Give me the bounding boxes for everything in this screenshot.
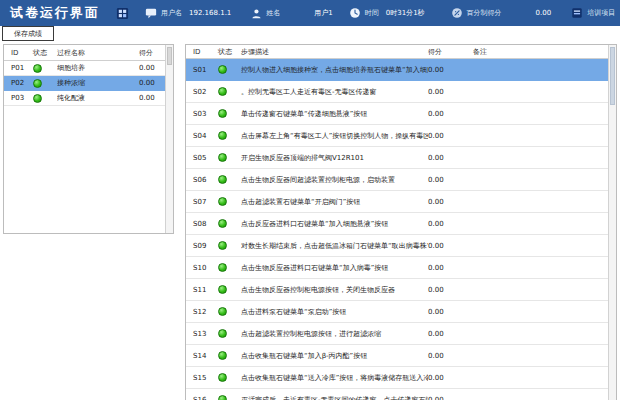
- process-name: 接种浓缩: [57, 78, 139, 88]
- step-table-row[interactable]: S15 点击收集瓶右键菜单“送入冷库”按钮，将病毒液储存瓶送入冷库 0.00: [186, 367, 616, 389]
- save-score-button[interactable]: 保存成绩: [2, 26, 54, 41]
- row-id: S04: [193, 132, 218, 140]
- person-icon: [251, 8, 262, 19]
- step-table-row[interactable]: S02 。控制无毒区工人走近有毒区-无毒区传递窗 0.00: [186, 81, 616, 103]
- step-description: 点击进料泵右键菜单“泵启动”按钮: [241, 307, 428, 317]
- step-table-row[interactable]: S03 单击传递窗右键菜单“传递细胞悬液”按钮 0.00: [186, 103, 616, 125]
- step-description: 点击收集瓶右键菜单“送入冷库”按钮，将病毒液储存瓶送入冷库: [241, 373, 428, 383]
- process-name: 纯化配液: [57, 93, 139, 103]
- row-id: S09: [193, 242, 218, 250]
- step-description: 点击生物反应器间超滤装置控制柜电源，启动装置: [241, 175, 428, 185]
- step-table-row[interactable]: S08 点击反应器进料口右键菜单“加入细胞悬液”按钮 0.00: [186, 213, 616, 235]
- col-status: 状态: [218, 47, 241, 57]
- page-title: 试卷运行界面: [10, 4, 100, 22]
- col-status: 状态: [33, 48, 57, 58]
- step-table-row[interactable]: S09 对数生长期结束后，点击超低温冰箱门右键菜单“取出病毒株”按钮 0.00: [186, 235, 616, 257]
- step-table-row[interactable]: S07 点击超滤装置右键菜单“开启阀门”按钮 0.00: [186, 191, 616, 213]
- row-score: 0.00: [428, 330, 473, 338]
- row-score: 0.00: [428, 286, 473, 294]
- score-group: 百分制得分 0.00: [451, 7, 552, 19]
- time-value: 0时31分1秒: [386, 8, 425, 18]
- user-ip-group: 用户名 192.168.1.1: [145, 7, 231, 19]
- project-icon: [571, 7, 583, 19]
- row-score: 0.00: [428, 110, 473, 118]
- scrollbar-thumb[interactable]: [167, 47, 172, 65]
- process-table-row[interactable]: P03 纯化配液 0.00: [4, 91, 173, 106]
- status-ok-icon: [33, 64, 42, 73]
- status-ok-icon: [218, 351, 227, 360]
- step-description: 对数生长期结束后，点击超低温冰箱门右键菜单“取出病毒株”按钮: [241, 241, 428, 251]
- process-table-row[interactable]: P01 细胞培养 0.00: [4, 61, 173, 76]
- step-description: 单击传递窗右键菜单“传递细胞悬液”按钮: [241, 109, 428, 119]
- process-scrollbar[interactable]: [165, 45, 173, 233]
- step-table-row[interactable]: S01 控制人物进入细胞接种室，点击细胞培养瓶右键菜单“加入细胞消化液”按钮 0…: [186, 59, 616, 81]
- row-score: 0.00: [428, 220, 473, 228]
- status-ok-icon: [218, 307, 227, 316]
- step-description: 点击生物反应器进料口右键菜单“加入病毒”按钮: [241, 263, 428, 273]
- row-id: P02: [11, 79, 33, 87]
- scrollbar-thumb[interactable]: [610, 47, 615, 105]
- step-table-header: ID 状态 步骤描述 得分 备注: [186, 45, 616, 59]
- step-table-row[interactable]: S13 点击超滤装置控制柜电源按钮，进行超滤浓缩 0.00: [186, 323, 616, 345]
- row-score: 0.00: [428, 308, 473, 316]
- name-value: 用户1: [314, 8, 332, 18]
- row-id: S01: [193, 66, 218, 74]
- row-id: S14: [193, 352, 218, 360]
- status-ok-icon: [218, 285, 227, 294]
- step-description: 点击超滤装置右键菜单“开启阀门”按钮: [241, 197, 428, 207]
- status-ok-icon: [33, 79, 42, 88]
- row-id: S06: [193, 176, 218, 184]
- status-ok-icon: [218, 65, 227, 74]
- title-bar: 试卷运行界面 用户名 192.168.1.1 姓名 用户1 时间 0时31分1秒: [0, 0, 620, 26]
- exam-run-window: 试卷运行界面 用户名 192.168.1.1 姓名 用户1 时间 0时31分1秒: [0, 0, 620, 400]
- col-id: ID: [193, 48, 218, 56]
- status-ok-icon: [33, 94, 42, 103]
- process-table-row[interactable]: P02 接种浓缩 0.00: [4, 76, 173, 91]
- row-score: 0.00: [428, 176, 473, 184]
- step-description: 点击超滤装置控制柜电源按钮，进行超滤浓缩: [241, 329, 428, 339]
- step-table-row[interactable]: S16 灭活完成后，走近有毒区-无毒区间的传递窗，点击传递窗右键菜单“传递疫苗液…: [186, 389, 616, 400]
- app-grid-icon: [116, 7, 129, 20]
- col-remark: 备注: [473, 47, 616, 57]
- user-ip-label: 用户名: [161, 8, 182, 18]
- row-score: 0.00: [428, 242, 473, 250]
- step-table-panel: ID 状态 步骤描述 得分 备注 S01 控制人物进入细胞接种室，点击细胞培养瓶…: [185, 44, 617, 400]
- row-score: 0.00: [428, 396, 473, 400]
- step-description: 点击收集瓶右键菜单“加入β-丙内酯”按钮: [241, 351, 428, 361]
- time-group: 时间 0时31分1秒: [349, 7, 425, 19]
- process-table-header: ID 状态 过程名称 得分: [4, 45, 173, 61]
- step-table-row[interactable]: S06 点击生物反应器间超滤装置控制柜电源，启动装置 0.00: [186, 169, 616, 191]
- status-ok-icon: [218, 219, 227, 228]
- step-description: 。控制无毒区工人走近有毒区-无毒区传递窗: [241, 87, 428, 97]
- status-ok-icon: [218, 373, 227, 382]
- status-ok-icon: [218, 109, 227, 118]
- project-label: 培训项目: [587, 8, 615, 18]
- row-id: S05: [193, 154, 218, 162]
- step-description: 点击生物反应器控制柜电源按钮，关闭生物反应器: [241, 285, 428, 295]
- step-table-row[interactable]: S05 开启生物反应器顶端的排气阀V12R101 0.00: [186, 147, 616, 169]
- clock-icon: [349, 7, 361, 19]
- row-score: 0.00: [428, 66, 473, 74]
- step-table-row[interactable]: S12 点击进料泵右键菜单“泵启动”按钮 0.00: [186, 301, 616, 323]
- process-name: 细胞培养: [57, 63, 139, 73]
- row-id: S10: [193, 264, 218, 272]
- step-table-row[interactable]: S10 点击生物反应器进料口右键菜单“加入病毒”按钮 0.00: [186, 257, 616, 279]
- step-table-row[interactable]: S04 点击屏幕左上角“有毒区工人”按钮切换控制人物，操纵有毒区工人走进反应器间…: [186, 125, 616, 147]
- status-ok-icon: [218, 197, 227, 206]
- score-label: 百分制得分: [467, 8, 502, 18]
- col-score: 得分: [428, 47, 473, 57]
- row-id: S11: [193, 286, 218, 294]
- row-id: S03: [193, 110, 218, 118]
- row-id: S08: [193, 220, 218, 228]
- step-description: 灭活完成后，走近有毒区-无毒区间的传递窗，点击传递窗右键菜单“传递疫苗液”按钮: [241, 395, 428, 400]
- status-ok-icon: [218, 329, 227, 338]
- step-table-row[interactable]: S11 点击生物反应器控制柜电源按钮，关闭生物反应器 0.00: [186, 279, 616, 301]
- col-id: ID: [11, 49, 33, 57]
- step-description: 点击反应器进料口右键菜单“加入细胞悬液”按钮: [241, 219, 428, 229]
- step-description: 控制人物进入细胞接种室，点击细胞培养瓶右键菜单“加入细胞消化液”按钮: [241, 65, 428, 75]
- status-ok-icon: [218, 153, 227, 162]
- status-ok-icon: [218, 175, 227, 184]
- row-id: S13: [193, 330, 218, 338]
- step-scrollbar[interactable]: [608, 45, 616, 400]
- step-table-row[interactable]: S14 点击收集瓶右键菜单“加入β-丙内酯”按钮 0.00: [186, 345, 616, 367]
